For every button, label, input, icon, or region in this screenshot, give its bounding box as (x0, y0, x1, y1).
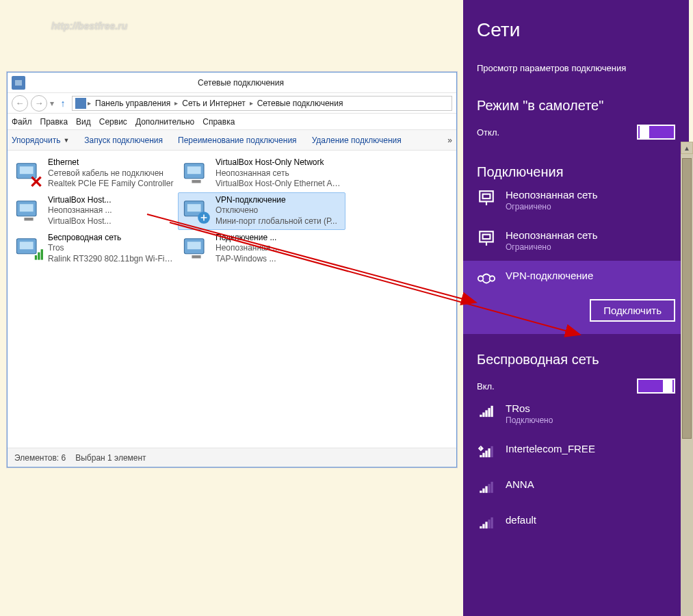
status-selected: Выбран 1 элемент (75, 453, 146, 463)
svg-rect-9 (24, 218, 33, 220)
titlebar[interactable]: Сетевые подключения (8, 73, 456, 93)
breadcrumb-bar[interactable]: ▸ Панель управления ▸ Сеть и Интернет ▸ … (72, 96, 452, 111)
panel-item-name: Неопознанная сеть (506, 188, 598, 202)
panel-connection-item[interactable]: Неопознанная сетьОграничено (463, 220, 689, 261)
scroll-up-button[interactable]: ▲ (681, 142, 693, 154)
connections-area: Ethernet Сетевой кабель не подключен Rea… (8, 151, 456, 448)
svg-rect-31 (485, 411, 487, 418)
connection-icon (181, 157, 211, 188)
panel-vpn-item[interactable]: VPN-подключение (463, 261, 689, 296)
connection-name: Беспроводная сеть (48, 233, 174, 244)
panel-connection-item[interactable]: Неопознанная сетьОграничено (463, 180, 689, 220)
menu-bar: Файл Правка Вид Сервис Дополнительно Спр… (8, 114, 456, 130)
start-connection-button[interactable]: Запуск подключения (84, 136, 163, 145)
airplane-toggle[interactable] (637, 125, 675, 140)
wifi-section-title: Беспроводная сеть (477, 352, 675, 368)
rename-connection-button[interactable]: Переименование подключения (178, 136, 297, 145)
connection-device: VirtualBox Host... (48, 216, 174, 227)
svg-rect-33 (491, 406, 493, 417)
wifi-network-item[interactable]: ! Intertelecom_FREE (463, 434, 689, 470)
connection-icon (14, 233, 44, 263)
menu-file[interactable]: Файл (12, 117, 32, 127)
panel-item-name: Неопознанная сеть (506, 229, 598, 242)
connection-status: Неопознанная ... (48, 205, 174, 216)
svg-rect-48 (488, 519, 490, 528)
panel-item-status: Ограничено (506, 242, 598, 253)
ethernet-icon (477, 188, 496, 207)
breadcrumb[interactable]: Сеть и Интернет (179, 99, 248, 108)
svg-rect-6 (192, 180, 200, 183)
svg-rect-32 (488, 408, 490, 417)
svg-rect-37 (488, 448, 490, 457)
wifi-status: Подключено (506, 415, 553, 426)
connections-section-title: Подключения (477, 164, 675, 180)
svg-rect-38 (491, 446, 493, 457)
connection-name: VirtualBox Host... (48, 195, 174, 206)
nav-forward-button[interactable]: → (31, 95, 47, 112)
scrollbar-thumb[interactable] (682, 158, 692, 439)
menu-service[interactable]: Сервис (99, 117, 127, 127)
chevron-right-icon: ▸ (174, 99, 178, 107)
connection-icon (181, 233, 211, 263)
breadcrumb[interactable]: Сетевые подключения (254, 99, 346, 108)
menu-view[interactable]: Вид (76, 117, 91, 127)
connect-button[interactable]: Подключить (590, 299, 675, 322)
svg-rect-40 (480, 491, 482, 493)
wifi-signal-icon (477, 478, 496, 497)
watermark-text: http://bestfree.ru (51, 21, 127, 31)
panel-title: Сети (477, 19, 675, 41)
command-bar: Упорядочить ▼ Запуск подключения Переиме… (8, 130, 456, 151)
wifi-network-item[interactable]: TRosПодключено (463, 394, 689, 434)
scrollbar-track[interactable]: ▲ (681, 154, 693, 616)
menu-extra[interactable]: Дополнительно (135, 117, 194, 127)
menu-edit[interactable]: Правка (40, 117, 68, 127)
address-bar-row: ← → ▾ ↑ ▸ Панель управления ▸ Сеть и Инт… (8, 93, 456, 114)
delete-connection-button[interactable]: Удаление подключения (312, 136, 402, 145)
connection-name: VPN-подключение (215, 195, 342, 206)
menu-help[interactable]: Справка (202, 117, 235, 127)
breadcrumb[interactable]: Панель управления (92, 99, 173, 108)
wifi-toggle[interactable] (637, 378, 675, 394)
connection-item[interactable]: VirtualBox Host... Неопознанная ... Virt… (10, 192, 178, 230)
panel-item-name: VPN-подключение (506, 269, 593, 283)
wifi-state-label: Вкл. (477, 381, 495, 392)
nav-up-button[interactable]: ↑ (57, 97, 69, 110)
network-icon (75, 98, 86, 109)
connection-name: Ethernet (48, 157, 174, 168)
wifi-network-item[interactable]: default (463, 505, 689, 541)
airplane-state-label: Откл. (477, 127, 499, 138)
wifi-name: ANNA (506, 478, 534, 491)
connection-item[interactable]: VPN-подключение Отключено Мини-порт глоб… (178, 192, 345, 230)
connection-status: Неопознанная сеть (215, 168, 342, 179)
connection-device: VirtualBox Host-Only Ethernet Ad... (215, 179, 342, 190)
svg-rect-1 (20, 166, 34, 174)
wifi-name: Intertelecom_FREE (506, 442, 595, 456)
wifi-network-item[interactable]: ANNA (463, 470, 689, 505)
nav-dropdown[interactable]: ▾ (50, 99, 54, 108)
connection-name: Подключение ... (215, 233, 342, 244)
nav-back-button[interactable]: ← (12, 95, 28, 112)
connection-item[interactable]: Беспроводная сеть Tros Ralink RT3290 802… (10, 230, 178, 268)
svg-rect-17 (41, 249, 43, 259)
svg-rect-44 (491, 482, 493, 493)
svg-point-27 (478, 276, 483, 281)
toolbar-overflow-button[interactable]: » (447, 136, 452, 145)
svg-rect-42 (485, 487, 487, 493)
svg-rect-45 (480, 526, 482, 528)
svg-rect-41 (482, 489, 484, 493)
svg-rect-20 (192, 255, 200, 258)
connection-item[interactable]: VirtualBox Host-Only Network Неопознанна… (178, 155, 345, 192)
svg-rect-49 (491, 517, 493, 528)
connection-item[interactable]: Подключение ... Неопознанная ... TAP-Win… (178, 230, 345, 268)
ethernet-icon (477, 229, 496, 248)
organize-button[interactable]: Упорядочить ▼ (12, 136, 69, 145)
status-bar: Элементов: 6 Выбран 1 элемент (8, 448, 456, 467)
connection-icon (14, 195, 44, 225)
connection-device: Realtek PCIe FE Family Controller (48, 179, 174, 190)
connection-settings-link[interactable]: Просмотр параметров подключения (477, 63, 675, 73)
svg-rect-46 (482, 524, 484, 529)
connection-status: Tros (48, 243, 174, 254)
wifi-name: TRos (506, 402, 553, 415)
connection-item[interactable]: Ethernet Сетевой кабель не подключен Rea… (10, 155, 178, 192)
connection-icon (181, 195, 211, 225)
